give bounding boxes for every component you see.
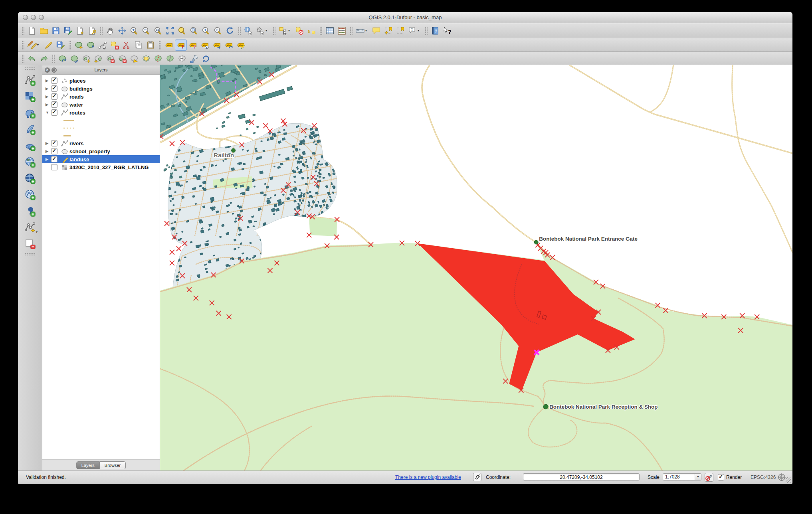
zoom-to-selection[interactable] xyxy=(176,25,188,36)
whats-this[interactable]: ? xyxy=(441,25,453,36)
open-attribute-table[interactable] xyxy=(324,25,336,36)
render-checkbox[interactable] xyxy=(718,474,724,480)
pan-map[interactable] xyxy=(104,25,116,36)
plugin-icon[interactable] xyxy=(473,473,481,482)
move-label[interactable]: abc xyxy=(211,40,223,51)
reshape-features[interactable] xyxy=(128,53,140,64)
current-edits[interactable]: ▾ xyxy=(26,40,42,51)
layer-visibility-checkbox[interactable] xyxy=(51,156,57,162)
resize-grip[interactable] xyxy=(786,477,791,483)
measure[interactable]: ▾ xyxy=(354,25,370,36)
add-ring[interactable] xyxy=(80,53,92,64)
show-bookmarks[interactable] xyxy=(394,25,406,36)
copy-features[interactable] xyxy=(133,40,145,51)
layer-item-school_property[interactable]: ▶school_property xyxy=(42,147,160,155)
show-hide-labels[interactable]: abc xyxy=(199,40,211,51)
layer-item-places[interactable]: ▶places xyxy=(42,77,160,85)
new-print-composer[interactable] xyxy=(74,25,86,36)
fill-ring[interactable] xyxy=(188,53,200,64)
add-vector-layer[interactable] xyxy=(22,72,38,88)
zoom-last[interactable] xyxy=(200,25,212,36)
map-canvas[interactable]: RailtonBontebok National Park Entrance G… xyxy=(160,65,792,471)
save-project[interactable] xyxy=(50,25,62,36)
paste-features[interactable] xyxy=(145,40,156,51)
zoom-in[interactable] xyxy=(128,25,140,36)
new-bookmark[interactable] xyxy=(382,25,394,36)
map-tips[interactable] xyxy=(370,25,382,36)
expand-icon[interactable]: ▶ xyxy=(46,95,51,99)
select-features[interactable]: ▾ xyxy=(277,25,293,36)
add-mssql-layer[interactable] xyxy=(22,137,38,154)
panel-float-icon[interactable] xyxy=(51,67,57,73)
cut-features[interactable] xyxy=(121,40,133,51)
stop-render-icon[interactable] xyxy=(705,473,713,483)
merge-features[interactable] xyxy=(176,53,188,64)
zoom-out[interactable] xyxy=(140,25,152,36)
text-annotation[interactable]: T▾ xyxy=(406,25,423,36)
offset-curve[interactable] xyxy=(140,53,152,64)
new-shapefile-layer[interactable]: ▾ xyxy=(22,219,38,235)
layer-visibility-checkbox[interactable] xyxy=(51,85,57,92)
add-delimited-text-layer[interactable] xyxy=(22,203,38,219)
layer-item-roads[interactable]: ▶roads xyxy=(42,93,160,101)
expand-icon[interactable]: ▶ xyxy=(46,87,51,91)
minimize-window-button[interactable] xyxy=(31,15,36,20)
save-layer-edits[interactable] xyxy=(54,40,66,51)
scale-dropdown-icon[interactable]: ▼ xyxy=(695,474,701,480)
layer-visibility-checkbox[interactable] xyxy=(51,164,57,170)
layer-labeling-options[interactable]: abc xyxy=(163,40,175,51)
expand-icon[interactable]: ▶ xyxy=(46,149,51,153)
close-window-button[interactable] xyxy=(23,15,28,20)
refresh-map[interactable] xyxy=(224,25,236,36)
zoom-window-button[interactable] xyxy=(39,15,44,20)
run-feature-action[interactable]: ▾ xyxy=(254,25,271,36)
delete-part[interactable] xyxy=(116,53,128,64)
window-titlebar[interactable]: QGIS 2.0.1-Dufour - basic_map xyxy=(18,12,792,23)
save-project-as[interactable] xyxy=(62,25,74,36)
node-tool[interactable] xyxy=(97,40,109,51)
delete-selected[interactable] xyxy=(109,40,121,51)
split-parts[interactable] xyxy=(164,53,176,64)
layer-item-3420C_2010_327_RGB_LATLNG[interactable]: 3420C_2010_327_RGB_LATLNG xyxy=(42,163,160,171)
zoom-native[interactable]: 1:1 xyxy=(152,25,164,36)
layer-visibility-checkbox[interactable] xyxy=(51,148,57,154)
layer-item-buildings[interactable]: ▶buildings xyxy=(42,85,160,93)
new-plugin-link[interactable]: There is a new plugin available xyxy=(395,474,461,480)
rotate-point-symbols[interactable] xyxy=(200,53,212,64)
layer-item-water[interactable]: ▶water xyxy=(42,101,160,109)
undo[interactable] xyxy=(26,53,38,64)
zoom-next[interactable] xyxy=(212,25,224,36)
add-raster-layer[interactable] xyxy=(22,88,38,105)
layer-visibility-checkbox[interactable] xyxy=(51,140,57,146)
scale-combo[interactable]: 1:7028 ▼ xyxy=(663,473,701,480)
pin-unpin-labels[interactable]: abc xyxy=(175,40,187,51)
new-project[interactable] xyxy=(26,25,38,36)
coordinate-input[interactable]: 20.47209,-34.05102 xyxy=(523,473,640,480)
panel-tab-browser[interactable]: Browser xyxy=(100,461,126,469)
add-wfs-layer[interactable] xyxy=(22,186,38,203)
identify-features[interactable]: i xyxy=(242,25,254,36)
rotate-label[interactable]: abc xyxy=(223,40,235,51)
expand-icon[interactable]: ▶ xyxy=(46,157,51,161)
add-wcs-layer[interactable] xyxy=(22,170,38,186)
layer-visibility-checkbox[interactable] xyxy=(51,93,57,100)
add-part[interactable] xyxy=(92,53,104,64)
highlight-pinned-labels[interactable]: abc xyxy=(187,40,199,51)
help-contents[interactable]: ? xyxy=(429,25,441,36)
expand-icon[interactable]: ▶ xyxy=(46,141,51,145)
delete-ring[interactable] xyxy=(104,53,116,64)
toggle-editing[interactable] xyxy=(42,40,54,51)
zoom-full[interactable] xyxy=(164,25,176,36)
pan-to-selection[interactable] xyxy=(116,25,128,36)
layer-visibility-checkbox[interactable] xyxy=(51,101,57,108)
statistical-summary[interactable] xyxy=(336,25,348,36)
change-label-properties[interactable]: abc xyxy=(235,40,247,51)
split-features[interactable] xyxy=(152,53,164,64)
layer-item-routes[interactable]: ▼routes xyxy=(42,109,160,117)
composer-manager[interactable] xyxy=(86,25,98,36)
layer-visibility-checkbox[interactable] xyxy=(51,77,57,84)
crs-globe-icon[interactable] xyxy=(777,473,786,483)
add-postgis-layer[interactable] xyxy=(22,105,38,121)
layer-item-landuse[interactable]: ▶landuse xyxy=(42,155,160,163)
remove-layer[interactable] xyxy=(22,235,38,252)
